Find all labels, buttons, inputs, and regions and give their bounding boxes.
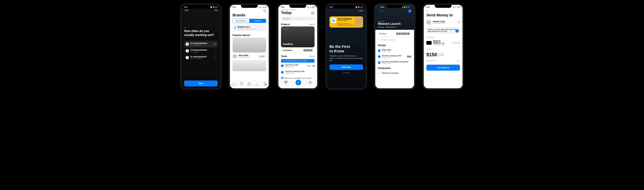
info-icon[interactable]: ⓘ (434, 60, 436, 62)
search-input[interactable]: 🔍 Search (281, 17, 314, 20)
tag-design[interactable]: Design (378, 26, 384, 28)
login-button[interactable]: Log in (330, 8, 363, 13)
tag-development[interactable]: Development (386, 26, 396, 28)
add-button[interactable]: + (296, 80, 301, 85)
calendar-icon[interactable]: 📅 (284, 81, 288, 84)
section-production: Production (375, 66, 414, 70)
task-row[interactable]: ✓ Find the meaning of lifeFriday, 12:40 (278, 69, 317, 76)
tab-wishlist[interactable]: ♡Wishlist (253, 82, 261, 86)
skip-button[interactable]: Skip (214, 9, 218, 11)
check-icon[interactable]: ✓ (378, 61, 380, 64)
project-card[interactable]: PROJECT Headline (281, 26, 314, 47)
back-button[interactable]: ‹ Back (184, 9, 189, 11)
balance: $1246.00 (453, 42, 460, 44)
phone-project: 9:41 ‹ Today ⋯ PROJECT Website Launch De… (374, 4, 415, 90)
add-task-button[interactable]: +Add Task or Section (375, 37, 414, 43)
task-row[interactable]: ✓Find the meaning of lifeFriday, 12:40 (375, 54, 414, 60)
card-row[interactable]: Amazon PlatinumPayMastercard · 1562 $124… (424, 39, 462, 47)
recipient-row[interactable]: Andrew Lloyd+43 323-613-1222 ⓘ (424, 19, 462, 26)
wifi-icon (310, 6, 312, 8)
members-row[interactable]: 12 Members (281, 47, 314, 54)
tab-shop[interactable]: 🔍Shop (238, 82, 246, 86)
badge: 1 (265, 84, 267, 85)
section-design: Design (375, 43, 414, 48)
date-label: THURSDAY 1 FEBRUARY (281, 9, 297, 10)
option-1[interactable]: 🏃 2-4 workouts/weekI'm a regular (184, 48, 218, 54)
check-icon[interactable]: ✓ (378, 49, 380, 52)
time: 9:41 (426, 6, 430, 8)
fee-row: Bank Fee ⓘ $1.5 (424, 59, 462, 63)
see-all-link[interactable]: See All (309, 24, 314, 25)
time: 9:41 (184, 6, 188, 8)
headline: Be the Firstto Know (330, 44, 363, 53)
tab-brands[interactable]: ★Brands (246, 82, 253, 86)
tasks-banner[interactable]: ⚡ 4 new tasks, from Yura and Artem (281, 59, 314, 62)
avatar (426, 20, 431, 25)
battery-icon (312, 6, 314, 8)
task-row[interactable]: ✓ Don't be an idiotToday, 10:00 10:001 (278, 62, 317, 69)
back-button[interactable]: ‹ Today (378, 10, 383, 12)
check-icon[interactable]: ✓ (378, 72, 380, 74)
members-row[interactable]: Members (378, 31, 412, 37)
amount-label: AMOUNT (424, 47, 462, 51)
notch (290, 5, 306, 8)
notch (435, 5, 452, 8)
page-title: Today (281, 10, 297, 15)
see-all-link[interactable]: See All (309, 55, 314, 57)
task-row[interactable]: ✓Don't be an asshole (375, 70, 414, 76)
subscribe-button[interactable]: Subscribe (330, 64, 363, 70)
wifi-icon (404, 6, 406, 8)
use-card-label: USE CARD (424, 35, 462, 39)
tab-bar: ⬚Discover 🔍Shop ★Brands ♡Wishlist 🛍1Bag (230, 81, 269, 88)
signal-icon (210, 6, 212, 8)
option-icon: 🏃 (186, 49, 189, 52)
seg-designers[interactable]: Designers (249, 19, 266, 23)
list-icon[interactable]: ☰ (309, 81, 312, 84)
task-row[interactable]: ✓Become completely transparentFriday, 13… (375, 60, 414, 66)
tab-discover[interactable]: ⬚Discover (230, 82, 238, 86)
check-icon[interactable]: ✓ (281, 64, 284, 67)
designer-row[interactable]: Alvar AaltoArtek, Iitala, Vitra SHOP (230, 52, 269, 60)
person-photo (355, 17, 362, 26)
back-button[interactable]: ‹ (426, 9, 427, 12)
phone-today: 9:41 THURSDAY 1 FEBRUARYToday 🔍 Search P… (277, 4, 318, 90)
label: PROJECT (378, 21, 412, 22)
brand-image[interactable] (232, 60, 266, 71)
option-2[interactable]: 🏋 5+ workouts/weekA man, a machine (184, 54, 218, 61)
time: 9:41 (232, 6, 236, 8)
battery-icon (406, 6, 409, 8)
brands-az-row[interactable]: ☰ Brands A to ZArtek, HAY, Vitra & 100 m… (232, 24, 266, 31)
message-input[interactable]: Here's 💰 for my part of the meal. Pls, k… (426, 27, 460, 34)
dot-icon (378, 27, 379, 28)
time: 9:41 (330, 6, 333, 8)
next-button[interactable]: Next (184, 80, 218, 86)
task-row[interactable]: ✓Make editsToday, 12:30 (375, 48, 414, 54)
search-icon[interactable]: 🔍 (263, 9, 266, 12)
not-now-button[interactable]: Not Now (330, 72, 363, 74)
featured-card[interactable]: 🌐 Rachel Maddow Finance, Stocks Money wi… (330, 16, 363, 28)
phone-send-money: 9:41 ‹ Send Money to Andrew Lloyd+43 323… (422, 4, 464, 90)
seg-manufacturers[interactable]: Manufacturers (233, 19, 249, 23)
battery-icon (215, 6, 218, 8)
info-icon[interactable]: ⓘ (458, 21, 460, 24)
notch (338, 5, 354, 8)
send-message-icon[interactable]: ↑ (456, 29, 459, 32)
time: 9:41 (281, 6, 284, 8)
avatar[interactable] (311, 11, 314, 15)
more-button[interactable]: ⋯ (408, 9, 412, 13)
shop-button[interactable]: SHOP (258, 55, 266, 58)
option-icon: 😊 (186, 42, 189, 46)
wifi-icon (261, 6, 263, 8)
wifi-icon (212, 6, 214, 8)
check-icon[interactable]: ✓ (378, 55, 380, 58)
amount-input[interactable]: $150.00 (424, 51, 462, 59)
send-button[interactable]: Send $151.5 (426, 65, 460, 70)
brand-image[interactable] (232, 38, 266, 52)
option-0[interactable]: 😊 0-1 workouts/weekI'm a little rusty (184, 41, 218, 48)
step-counter: 1/5 (184, 27, 218, 28)
tab-bag[interactable]: 🛍1Bag (261, 82, 269, 86)
radio-icon (214, 56, 216, 59)
radio-icon (214, 43, 216, 45)
signal-icon (307, 6, 309, 8)
check-icon[interactable]: ✓ (281, 71, 284, 74)
